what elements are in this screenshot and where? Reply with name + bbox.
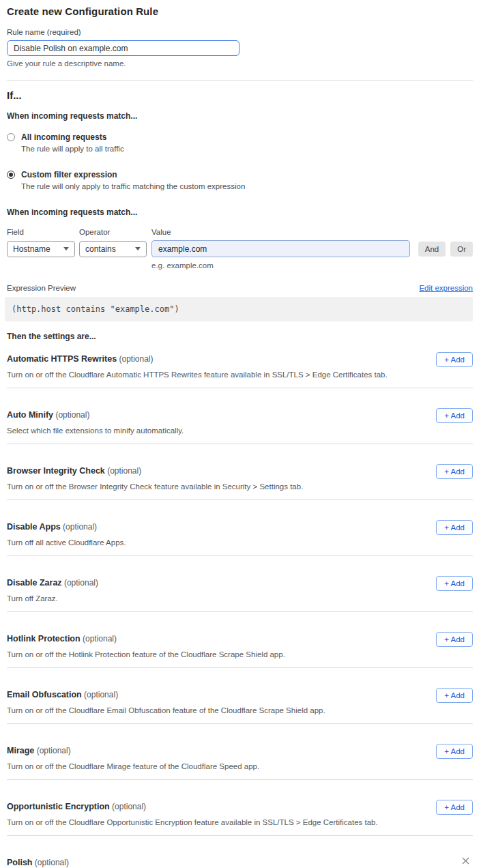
- section-divider: [7, 80, 473, 81]
- setting-description: Turn on or off the Cloudflare Email Obfu…: [7, 706, 473, 714]
- or-button[interactable]: Or: [450, 242, 473, 257]
- optional-label: (optional): [112, 802, 146, 811]
- add-button[interactable]: + Add: [436, 576, 473, 591]
- builder-heading: When incoming requests match...: [7, 207, 473, 217]
- radio-description: The rule will only apply to traffic matc…: [21, 182, 245, 190]
- expression-preview-label: Expression Preview: [7, 284, 76, 292]
- setting-description: Turn on or off the Hotlink Protection fe…: [7, 650, 473, 659]
- optional-label: (optional): [84, 690, 118, 699]
- setting-row-polish: Polish (optional) Change the settings of…: [7, 836, 473, 868]
- setting-row-auto-minify: Auto Minify (optional) + Add Select whic…: [7, 388, 473, 444]
- page-title: Create new Configuration Rule: [7, 5, 473, 17]
- setting-title: Opportunistic Encryption: [7, 802, 110, 811]
- setting-title: Browser Integrity Check: [7, 466, 105, 476]
- expression-builder-row: Hostname contains And Or: [7, 240, 473, 257]
- setting-title: Email Obfuscation: [7, 690, 82, 699]
- value-input[interactable]: [151, 240, 410, 257]
- add-button[interactable]: + Add: [436, 800, 473, 815]
- setting-row-mirage: Mirage (optional) + Add Turn on or off t…: [7, 724, 473, 780]
- add-button[interactable]: + Add: [436, 352, 473, 367]
- radio-description: The rule will apply to all traffic: [21, 145, 124, 153]
- optional-label: (optional): [37, 746, 71, 755]
- value-helper: e.g. example.com: [151, 261, 473, 270]
- operator-select-value: contains: [85, 244, 116, 254]
- add-button[interactable]: + Add: [436, 408, 473, 423]
- and-button[interactable]: And: [418, 242, 446, 257]
- operator-label: Operator: [79, 228, 151, 236]
- optional-label: (optional): [83, 634, 117, 643]
- add-button[interactable]: + Add: [436, 464, 473, 479]
- field-select[interactable]: Hostname: [7, 241, 75, 257]
- setting-description: Select which file extensions to minify a…: [7, 426, 473, 435]
- setting-description: Turn off all active Cloudflare Apps.: [7, 538, 473, 547]
- rule-name-label: Rule name (required): [7, 28, 473, 36]
- if-heading: If...: [7, 89, 473, 101]
- setting-description: Turn on or off the Cloudflare Opportunis…: [7, 818, 473, 826]
- setting-title: Disable Zaraz: [7, 578, 62, 588]
- radio-label: Custom filter expression: [21, 170, 245, 179]
- builder-labels: Field Operator Value: [7, 228, 473, 236]
- chevron-down-icon: [135, 247, 141, 250]
- field-select-value: Hostname: [13, 244, 50, 254]
- setting-description: Turn off Zaraz.: [7, 594, 473, 603]
- then-settings-heading: Then the settings are...: [7, 332, 473, 341]
- optional-label: (optional): [35, 858, 69, 867]
- setting-title: Automatic HTTPS Rewrites: [7, 354, 117, 364]
- field-label: Field: [7, 228, 79, 236]
- optional-label: (optional): [107, 466, 141, 476]
- match-heading: When incoming requests match...: [7, 111, 473, 121]
- operator-select[interactable]: contains: [79, 241, 147, 257]
- optional-label: (optional): [55, 410, 89, 420]
- setting-description: Turn on or off the Browser Integrity Che…: [7, 482, 473, 491]
- close-icon[interactable]: [461, 856, 471, 866]
- setting-title: Disable Apps: [7, 522, 61, 532]
- setting-title: Polish: [7, 858, 33, 867]
- edit-expression-link[interactable]: Edit expression: [419, 284, 473, 292]
- create-configuration-rule-form: Create new Configuration Rule Rule name …: [0, 5, 481, 868]
- radio-label: All incoming requests: [21, 132, 124, 142]
- radio-icon[interactable]: [7, 171, 15, 179]
- add-button[interactable]: + Add: [436, 744, 473, 759]
- setting-row-disable-apps: Disable Apps (optional) + Add Turn off a…: [7, 500, 473, 556]
- radio-custom-filter-expression[interactable]: Custom filter expression The rule will o…: [7, 170, 473, 190]
- optional-label: (optional): [63, 522, 97, 532]
- optional-label: (optional): [64, 578, 98, 588]
- setting-row-hotlink-protection: Hotlink Protection (optional) + Add Turn…: [7, 612, 473, 668]
- setting-title: Hotlink Protection: [7, 634, 81, 643]
- setting-row-browser-integrity-check: Browser Integrity Check (optional) + Add…: [7, 444, 473, 500]
- optional-label: (optional): [119, 354, 153, 364]
- setting-description: Turn on or off the Cloudflare Mirage fea…: [7, 762, 473, 770]
- add-button[interactable]: + Add: [436, 632, 473, 647]
- setting-description: Turn on or off the Cloudflare Automatic …: [7, 371, 473, 379]
- setting-title: Mirage: [7, 746, 34, 755]
- value-label: Value: [151, 228, 171, 236]
- add-button[interactable]: + Add: [436, 520, 473, 535]
- setting-row-automatic-https-rewrites: Automatic HTTPS Rewrites (optional) + Ad…: [7, 341, 473, 388]
- setting-row-opportunistic-encryption: Opportunistic Encryption (optional) + Ad…: [7, 780, 473, 836]
- setting-row-disable-zaraz: Disable Zaraz (optional) + Add Turn off …: [7, 556, 473, 612]
- expression-preview-code: (http.host contains "example.com"): [5, 297, 473, 321]
- radio-icon[interactable]: [7, 133, 15, 141]
- setting-row-email-obfuscation: Email Obfuscation (optional) + Add Turn …: [7, 668, 473, 724]
- setting-title: Auto Minify: [7, 410, 53, 420]
- rule-name-helper: Give your rule a descriptive name.: [7, 59, 473, 68]
- chevron-down-icon: [63, 247, 69, 250]
- rule-name-input[interactable]: [7, 40, 239, 56]
- radio-all-incoming-requests[interactable]: All incoming requests The rule will appl…: [7, 132, 473, 153]
- add-button[interactable]: + Add: [436, 688, 473, 703]
